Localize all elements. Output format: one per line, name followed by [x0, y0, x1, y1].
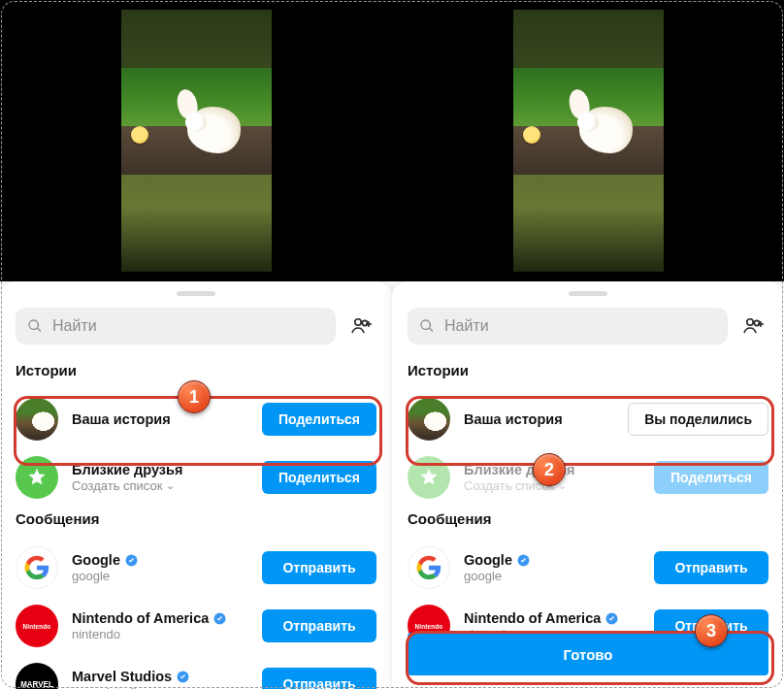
left-screen: Найти Истории Ваша история Поделиться Бл…	[0, 0, 392, 689]
group-add-icon	[350, 314, 374, 338]
create-group-button[interactable]	[739, 314, 768, 338]
your-story-row: Ваша история Вы поделились	[392, 390, 784, 448]
stories-heading: Истории	[0, 358, 392, 390]
star-icon	[418, 467, 440, 488]
avatar: Nintendo	[16, 605, 58, 647]
your-story-row: Ваша история Поделиться	[0, 390, 392, 448]
verified-icon	[605, 612, 618, 625]
share-sheet: Найти Истории Ваша история Вы поделились…	[392, 281, 784, 689]
your-story-avatar	[16, 398, 58, 441]
contact-username: nintendo	[72, 627, 248, 641]
send-button[interactable]: Отправить	[262, 668, 376, 689]
drag-handle[interactable]	[569, 291, 607, 296]
avatar	[16, 546, 58, 589]
close-friends-row: Близкие друзья Создать список⌄ Поделитьс…	[0, 448, 392, 507]
share-button[interactable]: Поделиться	[654, 461, 768, 494]
contact-username: marvelstudios	[72, 685, 248, 689]
marvel-logo-icon: MARVEL	[20, 679, 53, 689]
avatar	[408, 546, 450, 589]
contact-row: Google google Отправить	[392, 539, 784, 597]
share-sheet: Найти Истории Ваша история Поделиться Бл…	[0, 281, 392, 689]
send-button[interactable]: Отправить	[262, 551, 376, 584]
close-friends-avatar	[408, 456, 450, 499]
group-add-icon	[742, 314, 766, 338]
chevron-down-icon: ⌄	[166, 479, 175, 492]
star-icon	[26, 467, 48, 488]
contact-name: Nintendo of America	[464, 610, 640, 626]
contact-name: Google	[72, 552, 248, 568]
nintendo-logo-icon: Nintendo	[23, 623, 51, 630]
sticker-icon	[523, 126, 540, 144]
contact-name: Google	[464, 552, 640, 568]
contact-row: MARVEL Marvel Studios marvelstudios Отпр…	[0, 655, 392, 689]
verified-icon	[125, 554, 138, 567]
chevron-down-icon: ⌄	[558, 479, 567, 492]
story-preview-area	[392, 0, 784, 281]
verified-icon	[517, 554, 530, 567]
contact-row: Nintendo Nintendo of America nintendo От…	[0, 597, 392, 655]
search-icon	[27, 318, 43, 334]
shared-button[interactable]: Вы поделились	[628, 403, 768, 436]
search-placeholder: Найти	[52, 317, 97, 335]
close-friends-row: Близкие друзья Создать список⌄ Поделитьс…	[392, 448, 784, 507]
share-button[interactable]: Поделиться	[262, 403, 376, 436]
story-preview-card[interactable]	[513, 10, 664, 272]
close-friends-title: Близкие друзья	[464, 462, 640, 477]
sticker-icon	[131, 126, 148, 144]
svg-point-5	[747, 319, 753, 325]
search-icon	[419, 318, 435, 334]
send-button[interactable]: Отправить	[654, 551, 768, 584]
contact-name: Marvel Studios	[72, 669, 248, 684]
nintendo-logo-icon: Nintendo	[415, 623, 443, 630]
search-input[interactable]: Найти	[16, 308, 336, 344]
share-button[interactable]: Поделиться	[262, 461, 376, 494]
avatar: MARVEL	[16, 663, 58, 689]
contact-username: google	[464, 569, 640, 583]
done-button[interactable]: Готово	[408, 633, 768, 675]
contact-row: Google google Отправить	[0, 539, 392, 597]
svg-point-1	[362, 320, 367, 325]
story-preview-area	[0, 0, 392, 281]
close-friends-title: Близкие друзья	[72, 462, 248, 477]
verified-icon	[177, 671, 189, 683]
messages-heading: Сообщения	[392, 507, 784, 539]
svg-point-0	[355, 319, 361, 325]
your-story-title: Ваша история	[72, 411, 248, 427]
messages-heading: Сообщения	[0, 507, 392, 539]
your-story-avatar	[408, 398, 450, 441]
search-input[interactable]: Найти	[408, 308, 728, 344]
svg-point-6	[754, 320, 759, 325]
contact-name: Nintendo of America	[72, 610, 248, 626]
create-group-button[interactable]	[347, 314, 376, 338]
story-preview-card[interactable]	[121, 10, 272, 272]
google-logo-icon	[416, 555, 441, 580]
your-story-title: Ваша история	[464, 411, 614, 427]
send-button[interactable]: Отправить	[262, 609, 376, 642]
close-friends-subtitle[interactable]: Создать список⌄	[464, 478, 640, 493]
search-placeholder: Найти	[444, 317, 489, 335]
stories-heading: Истории	[392, 358, 784, 390]
verified-icon	[213, 612, 226, 625]
google-logo-icon	[24, 555, 49, 580]
close-friends-subtitle[interactable]: Создать список⌄	[72, 478, 248, 493]
right-screen: Найти Истории Ваша история Вы поделились…	[392, 0, 784, 689]
drag-handle[interactable]	[177, 291, 215, 296]
contact-username: google	[72, 569, 248, 583]
close-friends-avatar	[16, 456, 58, 499]
